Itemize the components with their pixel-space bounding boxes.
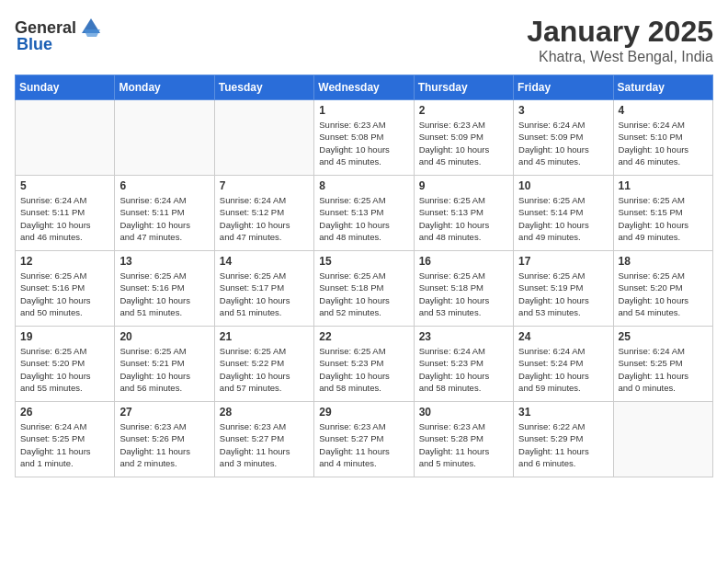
day-info: Sunrise: 6:24 AM Sunset: 5:11 PM Dayligh… (119, 194, 209, 243)
logo-blue-text: Blue (17, 35, 52, 54)
day-number: 3 (518, 104, 608, 117)
day-number: 10 (518, 179, 608, 192)
calendar-cell: 23Sunrise: 6:24 AM Sunset: 5:23 PM Dayli… (414, 327, 513, 402)
day-number: 16 (419, 255, 508, 268)
day-info: Sunrise: 6:25 AM Sunset: 5:18 PM Dayligh… (319, 270, 408, 318)
calendar-cell: 10Sunrise: 6:25 AM Sunset: 5:14 PM Dayli… (514, 176, 613, 251)
calendar-cell (115, 100, 214, 176)
day-number: 19 (20, 330, 109, 343)
day-info: Sunrise: 6:23 AM Sunset: 5:08 PM Dayligh… (319, 119, 408, 167)
day-info: Sunrise: 6:22 AM Sunset: 5:29 PM Dayligh… (518, 420, 608, 469)
day-info: Sunrise: 6:23 AM Sunset: 5:27 PM Dayligh… (319, 420, 408, 469)
day-info: Sunrise: 6:24 AM Sunset: 5:24 PM Dayligh… (518, 345, 608, 394)
calendar-cell: 26Sunrise: 6:24 AM Sunset: 5:25 PM Dayli… (16, 402, 115, 477)
calendar-cell: 6Sunrise: 6:24 AM Sunset: 5:11 PM Daylig… (115, 176, 214, 251)
day-info: Sunrise: 6:25 AM Sunset: 5:16 PM Dayligh… (20, 270, 109, 318)
calendar-cell (613, 402, 712, 477)
calendar-cell: 8Sunrise: 6:25 AM Sunset: 5:13 PM Daylig… (314, 176, 414, 251)
day-info: Sunrise: 6:23 AM Sunset: 5:26 PM Dayligh… (119, 420, 209, 469)
day-number: 2 (419, 104, 508, 117)
day-info: Sunrise: 6:24 AM Sunset: 5:12 PM Dayligh… (220, 194, 309, 243)
week-row-3: 12Sunrise: 6:25 AM Sunset: 5:16 PM Dayli… (16, 251, 713, 327)
calendar-subtitle: Khatra, West Bengal, India (527, 49, 713, 65)
day-info: Sunrise: 6:25 AM Sunset: 5:19 PM Dayligh… (518, 270, 608, 318)
day-info: Sunrise: 6:24 AM Sunset: 5:11 PM Dayligh… (20, 194, 109, 243)
calendar-cell: 31Sunrise: 6:22 AM Sunset: 5:29 PM Dayli… (514, 402, 613, 477)
day-number: 25 (619, 330, 708, 343)
week-row-4: 19Sunrise: 6:25 AM Sunset: 5:20 PM Dayli… (16, 327, 713, 402)
day-number: 18 (619, 255, 708, 268)
day-header-thursday: Thursday (414, 75, 513, 100)
calendar-cell: 11Sunrise: 6:25 AM Sunset: 5:15 PM Dayli… (613, 176, 712, 251)
day-number: 31 (518, 406, 608, 419)
day-number: 29 (319, 406, 408, 419)
day-info: Sunrise: 6:24 AM Sunset: 5:25 PM Dayligh… (619, 345, 708, 394)
day-number: 14 (220, 255, 309, 268)
day-number: 5 (20, 179, 109, 192)
day-header-monday: Monday (115, 75, 214, 100)
calendar-cell: 13Sunrise: 6:25 AM Sunset: 5:16 PM Dayli… (115, 251, 214, 327)
day-info: Sunrise: 6:23 AM Sunset: 5:28 PM Dayligh… (419, 420, 508, 469)
calendar-cell: 21Sunrise: 6:25 AM Sunset: 5:22 PM Dayli… (214, 327, 313, 402)
day-header-friday: Friday (514, 75, 613, 100)
day-number: 9 (419, 179, 508, 192)
day-number: 8 (319, 179, 408, 192)
calendar-cell: 3Sunrise: 6:24 AM Sunset: 5:09 PM Daylig… (514, 100, 613, 176)
day-info: Sunrise: 6:23 AM Sunset: 5:09 PM Dayligh… (419, 119, 508, 167)
day-info: Sunrise: 6:25 AM Sunset: 5:22 PM Dayligh… (220, 345, 309, 394)
day-header-sunday: Sunday (16, 75, 115, 100)
calendar-cell: 27Sunrise: 6:23 AM Sunset: 5:26 PM Dayli… (115, 402, 214, 477)
calendar-cell: 28Sunrise: 6:23 AM Sunset: 5:27 PM Dayli… (214, 402, 313, 477)
day-info: Sunrise: 6:25 AM Sunset: 5:21 PM Dayligh… (119, 345, 209, 394)
day-number: 28 (220, 406, 309, 419)
svg-marker-1 (84, 29, 100, 37)
calendar-cell: 1Sunrise: 6:23 AM Sunset: 5:08 PM Daylig… (314, 100, 414, 176)
calendar-cell: 17Sunrise: 6:25 AM Sunset: 5:19 PM Dayli… (514, 251, 613, 327)
day-number: 17 (518, 255, 608, 268)
day-number: 26 (20, 406, 109, 419)
calendar-cell (214, 100, 313, 176)
day-number: 4 (619, 104, 708, 117)
logo: General Blue (15, 15, 104, 54)
page-header: General Blue January 2025 Khatra, West B… (15, 15, 713, 65)
day-info: Sunrise: 6:25 AM Sunset: 5:20 PM Dayligh… (619, 270, 708, 318)
logo-icon (78, 15, 104, 40)
calendar-table: SundayMondayTuesdayWednesdayThursdayFrid… (15, 75, 713, 477)
day-info: Sunrise: 6:25 AM Sunset: 5:13 PM Dayligh… (419, 194, 508, 243)
day-number: 11 (619, 179, 708, 192)
week-row-1: 1Sunrise: 6:23 AM Sunset: 5:08 PM Daylig… (16, 100, 713, 176)
day-number: 20 (119, 330, 209, 343)
week-row-2: 5Sunrise: 6:24 AM Sunset: 5:11 PM Daylig… (16, 176, 713, 251)
day-number: 30 (419, 406, 508, 419)
day-info: Sunrise: 6:25 AM Sunset: 5:13 PM Dayligh… (319, 194, 408, 243)
day-info: Sunrise: 6:25 AM Sunset: 5:20 PM Dayligh… (20, 345, 109, 394)
day-info: Sunrise: 6:24 AM Sunset: 5:25 PM Dayligh… (20, 420, 109, 469)
day-info: Sunrise: 6:24 AM Sunset: 5:10 PM Dayligh… (619, 119, 708, 167)
calendar-cell: 20Sunrise: 6:25 AM Sunset: 5:21 PM Dayli… (115, 327, 214, 402)
day-number: 13 (119, 255, 209, 268)
day-info: Sunrise: 6:23 AM Sunset: 5:27 PM Dayligh… (220, 420, 309, 469)
calendar-cell: 5Sunrise: 6:24 AM Sunset: 5:11 PM Daylig… (16, 176, 115, 251)
title-block: January 2025 Khatra, West Bengal, India (527, 15, 713, 65)
calendar-cell: 4Sunrise: 6:24 AM Sunset: 5:10 PM Daylig… (613, 100, 712, 176)
calendar-cell: 14Sunrise: 6:25 AM Sunset: 5:17 PM Dayli… (214, 251, 313, 327)
calendar-cell: 7Sunrise: 6:24 AM Sunset: 5:12 PM Daylig… (214, 176, 313, 251)
day-number: 22 (319, 330, 408, 343)
calendar-cell: 30Sunrise: 6:23 AM Sunset: 5:28 PM Dayli… (414, 402, 513, 477)
calendar-cell: 2Sunrise: 6:23 AM Sunset: 5:09 PM Daylig… (414, 100, 513, 176)
calendar-title: January 2025 (527, 15, 713, 49)
day-info: Sunrise: 6:25 AM Sunset: 5:15 PM Dayligh… (619, 194, 708, 243)
day-number: 7 (220, 179, 309, 192)
day-header-tuesday: Tuesday (214, 75, 313, 100)
day-info: Sunrise: 6:25 AM Sunset: 5:17 PM Dayligh… (220, 270, 309, 318)
calendar-cell: 18Sunrise: 6:25 AM Sunset: 5:20 PM Dayli… (613, 251, 712, 327)
day-info: Sunrise: 6:25 AM Sunset: 5:16 PM Dayligh… (119, 270, 209, 318)
calendar-cell: 22Sunrise: 6:25 AM Sunset: 5:23 PM Dayli… (314, 327, 414, 402)
day-info: Sunrise: 6:25 AM Sunset: 5:14 PM Dayligh… (518, 194, 608, 243)
day-info: Sunrise: 6:24 AM Sunset: 5:09 PM Dayligh… (518, 119, 608, 167)
calendar-cell (16, 100, 115, 176)
calendar-cell: 16Sunrise: 6:25 AM Sunset: 5:18 PM Dayli… (414, 251, 513, 327)
calendar-cell: 19Sunrise: 6:25 AM Sunset: 5:20 PM Dayli… (16, 327, 115, 402)
calendar-cell: 9Sunrise: 6:25 AM Sunset: 5:13 PM Daylig… (414, 176, 513, 251)
day-info: Sunrise: 6:24 AM Sunset: 5:23 PM Dayligh… (419, 345, 508, 394)
